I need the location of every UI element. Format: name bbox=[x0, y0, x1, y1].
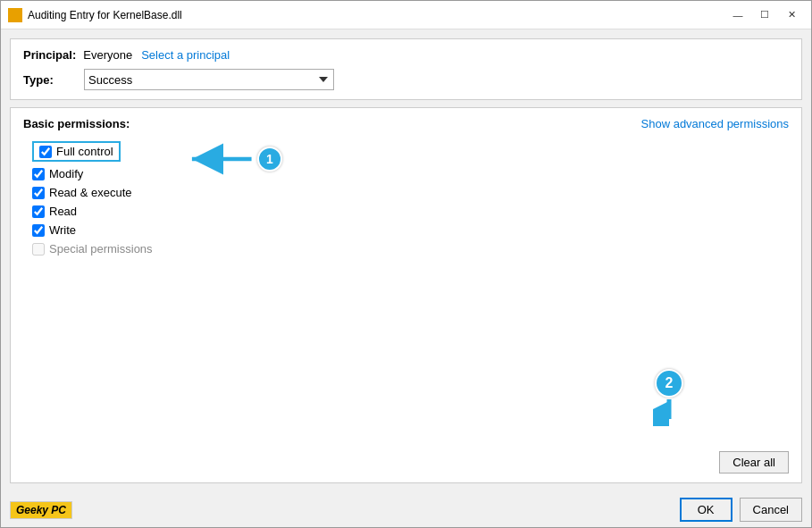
read-checkbox[interactable] bbox=[32, 205, 45, 218]
type-select[interactable]: Success Fail All bbox=[84, 69, 334, 90]
modify-item: Modify bbox=[32, 167, 789, 180]
window-content: Principal: Everyone Select a principal T… bbox=[1, 29, 811, 492]
principal-type-section: Principal: Everyone Select a principal T… bbox=[10, 38, 802, 100]
full-control-label[interactable]: Full control bbox=[56, 145, 113, 158]
special-permissions-label: Special permissions bbox=[49, 242, 153, 256]
read-item: Read bbox=[32, 205, 789, 218]
maximize-button[interactable]: ☐ bbox=[752, 6, 777, 24]
permissions-section: Basic permissions: Show advanced permiss… bbox=[10, 107, 802, 483]
clear-all-area: Clear all bbox=[23, 451, 789, 474]
special-permissions-checkbox bbox=[32, 243, 45, 256]
title-bar-controls: — ☐ ✕ bbox=[725, 6, 804, 24]
principal-row: Principal: Everyone Select a principal bbox=[23, 48, 789, 62]
read-execute-item: Read & execute bbox=[32, 186, 789, 199]
type-label: Type: bbox=[23, 73, 77, 87]
geeky-pc-logo: Geeky PC bbox=[10, 501, 72, 519]
title-bar: Auditing Entry for KernelBase.dll — ☐ ✕ bbox=[1, 1, 811, 29]
basic-permissions-label: Basic permissions: bbox=[23, 117, 130, 130]
cancel-button[interactable]: Cancel bbox=[740, 498, 802, 522]
main-window: Auditing Entry for KernelBase.dll — ☐ ✕ … bbox=[0, 0, 812, 528]
permissions-header: Basic permissions: Show advanced permiss… bbox=[23, 117, 789, 130]
full-control-box: Full control bbox=[32, 141, 121, 162]
read-label[interactable]: Read bbox=[49, 205, 77, 218]
principal-label: Principal: bbox=[23, 48, 76, 62]
type-row: Type: Success Fail All bbox=[23, 69, 789, 90]
window-title: Auditing Entry for KernelBase.dll bbox=[28, 9, 725, 21]
read-execute-checkbox[interactable] bbox=[32, 187, 45, 199]
write-checkbox[interactable] bbox=[32, 224, 45, 237]
show-advanced-button[interactable]: Show advanced permissions bbox=[641, 117, 789, 130]
close-button[interactable]: ✕ bbox=[779, 6, 804, 24]
modify-label[interactable]: Modify bbox=[49, 167, 83, 180]
clear-all-button[interactable]: Clear all bbox=[719, 451, 789, 474]
modify-checkbox[interactable] bbox=[32, 168, 45, 180]
write-item: Write bbox=[32, 223, 789, 237]
write-label[interactable]: Write bbox=[49, 223, 76, 237]
minimize-button[interactable]: — bbox=[725, 6, 750, 24]
checkbox-list: Full control 1 bbox=[32, 141, 789, 256]
principal-name: Everyone bbox=[83, 48, 132, 62]
full-control-checkbox[interactable] bbox=[39, 146, 52, 158]
ok-button[interactable]: OK bbox=[680, 498, 732, 522]
read-execute-label[interactable]: Read & execute bbox=[49, 186, 132, 199]
window-icon bbox=[8, 8, 22, 22]
select-principal-button[interactable]: Select a principal bbox=[141, 48, 230, 62]
special-permissions-item: Special permissions bbox=[32, 242, 789, 256]
full-control-item: Full control 1 bbox=[32, 141, 789, 162]
footer-buttons: OK Cancel bbox=[680, 498, 802, 522]
footer: Geeky PC OK Cancel bbox=[1, 492, 811, 527]
